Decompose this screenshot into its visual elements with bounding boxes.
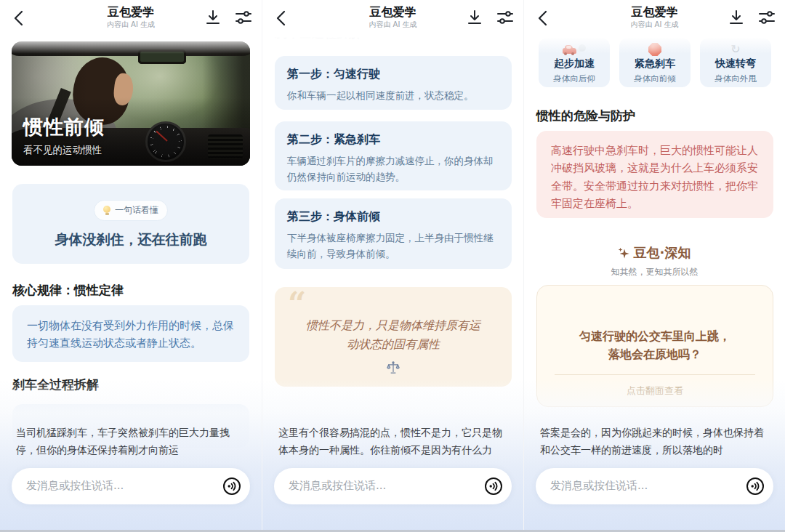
lightbulb-icon (103, 206, 110, 215)
ai-generated-note: 内容由 AI 生成 (44, 20, 218, 29)
app-header: 豆包爱学 内容由 AI 生成 (262, 0, 523, 35)
step-card-3: 第三步：身体前倾 下半身体被座椅摩擦力固定，上半身由于惯性继续向前，导致身体前倾… (275, 198, 512, 269)
scenario-card-turn: ↻ 快速转弯 身体向外甩 (700, 38, 771, 87)
back-icon[interactable] (10, 9, 29, 28)
tune-icon[interactable] (757, 8, 776, 27)
step-card-2: 第二步：紧急刹车 车辆通过刹车片的摩擦力减速停止，你的身体却仍然保持向前运动的趋… (275, 121, 512, 190)
chat-zone: 当司机猛踩刹车，车子突然被刹车的巨大力量拽停，但你的身体还保持着刚才向前运 发消… (0, 379, 262, 532)
voice-input-icon[interactable] (484, 477, 503, 496)
chat-zone: 这里有个很容易搞混的点，惯性不是力，它只是物体本身的一种属性。你往前倾不是因为有… (262, 379, 523, 532)
header-title-block: 豆包爱学 内容由 AI 生成 (306, 5, 480, 29)
step-body: 车辆通过刹车片的摩擦力减速停止，你的身体却仍然保持向前运动的趋势。 (287, 153, 499, 185)
phone-screen-3: 豆包爱学 内容由 AI 生成 起步加速 身体向后仰 (523, 0, 785, 532)
one-sentence-badge: 一句话看懂 (94, 200, 168, 221)
scenario-caption: 身体向外甩 (700, 73, 771, 84)
deep-brand: 豆包·深知 (619, 244, 691, 262)
scales-icon (275, 360, 512, 378)
sparkle-icon (619, 248, 629, 259)
turn-arrow-icon: ↻ (700, 43, 771, 56)
back-icon[interactable] (534, 9, 553, 28)
streaming-text: 当司机猛踩刹车，车子突然被刹车的巨大力量拽停，但你的身体还保持着刚才向前运 (16, 424, 247, 459)
streaming-text: 答案是会的，因为你跳起来的时候，身体也保持着和公交车一样的前进速度，所以落地的时 (540, 424, 770, 459)
header-title-block: 豆包爱学 内容由 AI 生成 (44, 5, 218, 29)
ai-generated-note: 内容由 AI 生成 (568, 20, 741, 29)
page-title: 豆包爱学 (306, 5, 480, 20)
law-card: 一切物体在没有受到外力作用的时候，总保持匀速直线运动状态或者静止状态。 (12, 305, 249, 362)
input-placeholder: 发消息或按住说话... (550, 479, 648, 493)
app-header: 豆包爱学 内容由 AI 生成 (524, 0, 785, 35)
badge-label: 一句话看懂 (115, 204, 158, 217)
hero-image: 惯性前倾 看不见的运动惯性 (12, 41, 250, 166)
scenario-card-accelerate: 起步加速 身体向后仰 (539, 38, 610, 87)
page-title: 豆包爱学 (568, 5, 741, 20)
message-input[interactable]: 发消息或按住说话... (274, 468, 512, 504)
step-body: 下半身体被座椅摩擦力固定，上半身由于惯性继续向前，导致身体前倾。 (287, 230, 499, 262)
message-input[interactable]: 发消息或按住说话... (536, 468, 773, 504)
hero-caption: 惯性前倾 看不见的运动惯性 (23, 114, 105, 157)
step-title: 第二步：紧急刹车 (287, 132, 499, 148)
chat-zone: 答案是会的，因为你跳起来的时候，身体也保持着和公交车一样的前进速度，所以落地的时… (524, 379, 785, 532)
summary-headline: 身体没刹住，还在往前跑 (12, 230, 249, 249)
step-title: 第一步：匀速行驶 (287, 67, 499, 82)
phone-screen-1: 豆包爱学 内容由 AI 生成 (0, 0, 262, 532)
scenario-cards: 起步加速 身体向后仰 紧急刹车 身体向前倾 ↻ 快速转弯 身体向外甩 (539, 38, 771, 87)
car-dash-icon (539, 43, 610, 56)
deep-knowledge-header: 豆包·深知 知其然，更知其所以然 (524, 244, 785, 278)
page-title: 豆包爱学 (44, 5, 218, 20)
hero-subtitle: 看不见的运动惯性 (23, 144, 105, 157)
voice-input-icon[interactable] (222, 477, 241, 496)
header-actions (727, 8, 776, 27)
law-heading: 核心规律：惯性定律 (12, 282, 124, 299)
scenario-caption: 身体向前倾 (619, 73, 691, 84)
app-header: 豆包爱学 内容由 AI 生成 (0, 0, 262, 35)
quote-card: “ 惯性不是力，只是物体维持原有运 动状态的固有属性 (275, 287, 512, 387)
input-placeholder: 发消息或按住说话... (26, 479, 124, 493)
scenario-title: 紧急刹车 (619, 57, 691, 70)
download-icon[interactable] (727, 8, 746, 27)
phone-screen-2: 豆包爱学 内容由 AI 生成 刹车全过程拆解 第一步：匀速行驶 你和车辆一起以相… (262, 0, 523, 532)
quote-text: 惯性不是力，只是物体维持原有运 动状态的固有属性 (275, 287, 512, 355)
danger-card: 高速行驶中急刹车时，巨大的惯性可能让人冲破挡风玻璃，这就是为什么上车必须系安全带… (536, 131, 773, 218)
step-card-1: 第一步：匀速行驶 你和车辆一起以相同速度前进，状态稳定。 (275, 56, 512, 110)
step-body: 你和车辆一起以相同速度前进，状态稳定。 (287, 88, 499, 104)
ai-generated-note: 内容由 AI 生成 (306, 20, 480, 29)
streaming-text: 这里有个很容易搞混的点，惯性不是力，它只是物体本身的一种属性。你往前倾不是因为有… (278, 424, 509, 459)
stop-sign-icon (619, 43, 691, 56)
tune-icon[interactable] (496, 8, 515, 27)
header-actions (204, 8, 253, 27)
input-placeholder: 发消息或按住说话... (289, 479, 386, 493)
step-title: 第三步：身体前倾 (287, 209, 499, 225)
message-input[interactable]: 发消息或按住说话... (12, 468, 250, 504)
tune-icon[interactable] (234, 8, 253, 27)
scenario-card-brake: 紧急刹车 身体向前倾 (619, 38, 691, 87)
flip-divider (555, 374, 755, 375)
header-actions (465, 8, 515, 27)
download-icon[interactable] (465, 8, 484, 27)
back-icon[interactable] (273, 9, 291, 28)
scenario-caption: 身体向后仰 (539, 73, 610, 84)
hero-title: 惯性前倾 (23, 114, 105, 140)
deep-tagline: 知其然，更知其所以然 (524, 266, 785, 278)
one-sentence-card: 一句话看懂 身体没刹住，还在往前跑 (12, 184, 249, 264)
flip-question: 匀速行驶的公交车里向上跳， 落地会在原地吗？ (537, 328, 773, 364)
scenario-title: 快速转弯 (700, 57, 771, 70)
deep-brand-label: 豆包·深知 (634, 244, 691, 262)
quote-mark-icon: “ (288, 289, 306, 321)
danger-heading: 惯性的危险与防护 (536, 108, 635, 124)
voice-input-icon[interactable] (746, 477, 765, 496)
scenario-title: 起步加速 (539, 57, 610, 70)
download-icon[interactable] (204, 8, 222, 27)
header-title-block: 豆包爱学 内容由 AI 生成 (568, 5, 741, 29)
app-triptych: 豆包爱学 内容由 AI 生成 (0, 0, 785, 532)
